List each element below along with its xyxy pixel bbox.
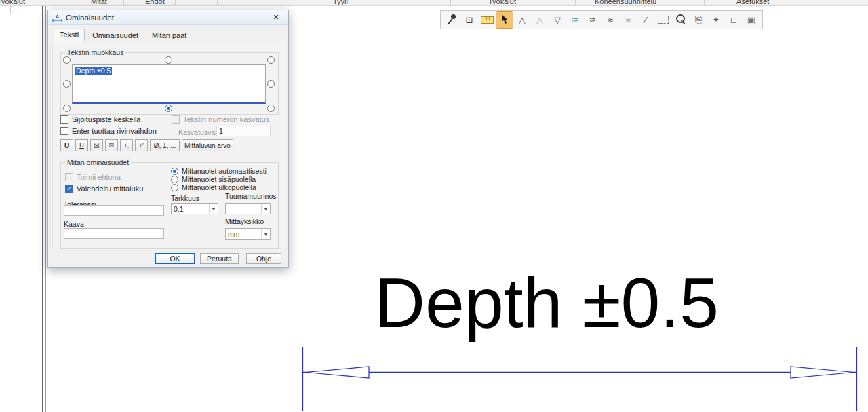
inch-conversion-select[interactable] <box>225 203 271 214</box>
number-growth-checkbox: Tekstin numeron kasvatus <box>172 115 269 124</box>
precision-select[interactable]: 0.1 <box>171 203 218 214</box>
menu-separator <box>175 0 176 6</box>
arrows-outside-radio[interactable]: Mittanuolet ulkopuolella <box>171 183 256 191</box>
zoom-icon[interactable] <box>673 12 689 28</box>
special-symbols-button[interactable]: Ø, ±, ... <box>150 139 180 151</box>
triangle-icon[interactable]: △ <box>514 12 530 28</box>
snap-box-icon[interactable]: ⊡ <box>461 12 477 28</box>
dialog-title: Ominaisuudet <box>66 14 268 22</box>
tolerance-input[interactable] <box>64 205 164 216</box>
arrows-auto-radio[interactable]: Mittanuolet automaattisesti <box>171 167 267 175</box>
properties-dialog: A Ominaisuudet ✕ Teksti Ominaisuudet Mit… <box>47 10 289 268</box>
enter-newline-checkbox[interactable]: Enter tuottaa rivinvaihdon <box>60 127 157 135</box>
acts-as-condition-checkbox: Toimii ehtona <box>65 173 121 181</box>
formula-input[interactable] <box>64 228 164 239</box>
anchor-radio-top-right[interactable] <box>267 56 275 64</box>
anchor-radio-mid-right[interactable] <box>267 80 275 88</box>
layers-icon[interactable]: ≋ <box>585 12 601 28</box>
anchor-radio-top-center[interactable] <box>165 56 172 64</box>
anchor-radio-top-left[interactable] <box>63 56 71 64</box>
dimension-text-icon: A <box>52 13 62 22</box>
pick-point-icon[interactable]: ⌖ <box>708 12 724 28</box>
unit-value: mm <box>228 230 261 238</box>
checkbox-label: Enter tuottaa rivinvaihdon <box>72 127 157 135</box>
triangle-dashed-icon[interactable]: △ <box>532 12 548 28</box>
menu-item-tyokalut-2[interactable]: Työkalut <box>488 0 516 5</box>
menu-separator <box>825 0 825 6</box>
center-point-checkbox[interactable]: Sijoituspiste keskellä <box>60 115 141 124</box>
checkbox-box <box>172 115 180 124</box>
filter-icon[interactable]: ▽ <box>549 12 566 28</box>
dimension-properties-group: Mitan ominaisuudet Toimii ehtona Valehde… <box>60 162 279 249</box>
menubar: Työkalut Mitat Ehdot Tyyli Työkalut Kone… <box>0 0 868 6</box>
dimension-properties-group-label: Mitan ominaisuudet <box>65 158 131 166</box>
checkbox-box <box>60 115 68 124</box>
chevron-down-icon <box>209 204 218 214</box>
anchor-radio-bottom-right[interactable] <box>267 105 275 112</box>
ruler-icon[interactable] <box>479 12 495 28</box>
checkbox-label: Toimii ehtona <box>77 173 121 181</box>
chevron-down-icon <box>261 229 270 239</box>
close-icon[interactable]: ✕ <box>268 11 284 24</box>
false-dimension-value-checkbox[interactable]: Valehdeltu mittaluku <box>65 185 143 193</box>
dimension-arrow-right[interactable] <box>791 367 854 378</box>
line-icon[interactable]: ∕ <box>637 12 654 28</box>
menu-separator <box>704 0 705 6</box>
unit-select[interactable]: mm <box>225 228 271 240</box>
superscript-button[interactable]: ±′ <box>135 139 148 151</box>
menu-item-asetukset[interactable]: Asetukset <box>736 0 769 5</box>
selected-text: Depth ±0.5 <box>75 67 112 75</box>
select-cursor-icon[interactable] <box>496 12 513 28</box>
pin-icon[interactable] <box>443 12 460 28</box>
selection-rect-icon[interactable] <box>655 12 671 28</box>
anchor-radio-bottom-left[interactable] <box>63 105 71 112</box>
menu-item-tyokalut-1[interactable]: Työkalut <box>0 0 25 5</box>
underline-button[interactable]: U <box>60 139 73 151</box>
cancel-button[interactable]: Peruuta <box>200 253 239 264</box>
clipboard-icon[interactable]: ⎘ <box>690 12 707 28</box>
menu-separator <box>217 0 218 6</box>
subscript-button[interactable]: ±, <box>120 139 133 151</box>
checkbox-label: Valehdeltu mittaluku <box>77 185 143 193</box>
menu-item-ehdot[interactable]: Ehdot <box>145 0 165 5</box>
layers-active-icon[interactable]: ≋ <box>567 12 583 28</box>
menu-item-tyyli[interactable]: Tyyli <box>333 0 348 5</box>
radio-dot <box>171 168 178 175</box>
inch-conversion-label: Tuumamuunnos <box>225 192 276 200</box>
boxed-text-small-button[interactable]: ☒ <box>105 139 118 151</box>
menu-item-mitat[interactable]: Mitat <box>91 0 107 5</box>
anchor-radio-bottom-center[interactable] <box>165 105 172 112</box>
menu-item-koneensuunnittelu[interactable]: Koneensuunnittelu <box>595 0 656 5</box>
precision-value: 0.1 <box>174 205 209 213</box>
move-axes-icon[interactable]: ∟ <box>726 12 742 28</box>
sheet-corner <box>0 6 11 14</box>
menu-separator <box>575 0 576 6</box>
dimension-arrow-left[interactable] <box>306 367 369 378</box>
boxed-text-button[interactable]: ☒ <box>90 139 103 151</box>
menu-separator <box>285 0 285 6</box>
chevron-down-icon <box>261 204 270 214</box>
menu-separator <box>75 0 75 6</box>
dialog-titlebar[interactable]: A Ominaisuudet ✕ <box>48 10 288 25</box>
tab-mitan-paat[interactable]: Mitan päät <box>146 29 193 41</box>
ok-button[interactable]: OK <box>155 253 195 264</box>
checkbox-label: Tekstin numeron kasvatus <box>183 115 269 124</box>
tab-teksti[interactable]: Teksti <box>54 29 85 41</box>
radio-label: Mittanuolet automaattisesti <box>182 167 267 175</box>
format-button-row: U U ☒ ☒ ±, ±′ Ø, ±, ... Mittaluvun arvo <box>60 139 233 151</box>
checkbox-label: Sijoituspiste keskellä <box>72 115 141 124</box>
tab-ominaisuudet[interactable]: Ominaisuudet <box>86 29 144 41</box>
underline-small-button[interactable]: U <box>75 139 88 151</box>
dimension-value-button[interactable]: Mittaluvun arvo <box>182 139 233 151</box>
layers-flat-icon[interactable]: ≈ <box>620 12 636 28</box>
dimension-text-editor[interactable]: Depth ±0.5 <box>72 64 266 104</box>
checkbox-box <box>60 127 68 135</box>
svg-text:A: A <box>56 14 60 20</box>
dimension-entity[interactable] <box>303 347 857 411</box>
schema-icon[interactable]: ▣ <box>743 12 760 28</box>
anchor-radio-mid-left[interactable] <box>63 80 71 88</box>
arrows-inside-radio[interactable]: Mittanuolet sisäpuolella <box>171 175 256 183</box>
help-button[interactable]: Ohje <box>246 253 281 264</box>
layers-dim-icon[interactable]: ≈ <box>602 12 618 28</box>
text-edit-group-label: Tekstin muokkaus <box>65 48 125 56</box>
